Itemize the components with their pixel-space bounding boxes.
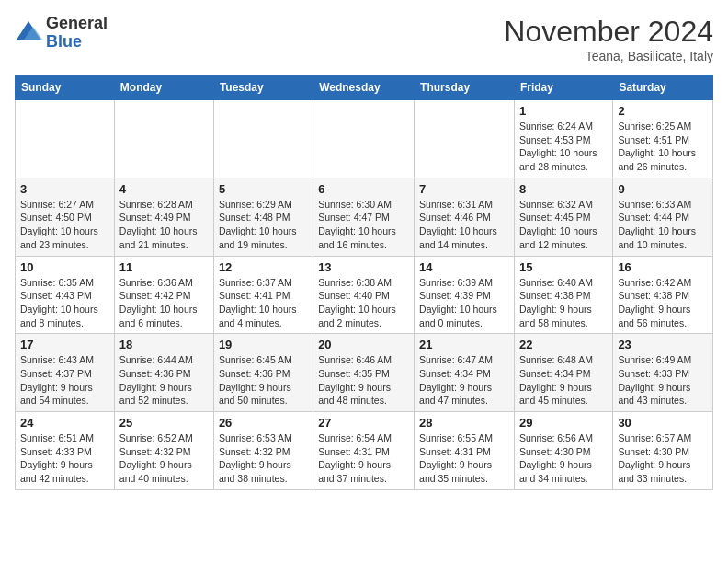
day-info: Sunrise: 6:51 AM Sunset: 4:33 PM Dayligh… <box>20 431 109 486</box>
day-number: 9 <box>618 182 708 196</box>
day-info: Sunrise: 6:31 AM Sunset: 4:46 PM Dayligh… <box>419 198 509 252</box>
calendar-cell <box>313 100 415 178</box>
day-number: 18 <box>119 338 209 351</box>
calendar-cell: 13Sunrise: 6:38 AM Sunset: 4:40 PM Dayli… <box>313 256 415 334</box>
day-number: 23 <box>618 338 708 351</box>
day-info: Sunrise: 6:33 AM Sunset: 4:44 PM Dayligh… <box>618 198 708 252</box>
day-info: Sunrise: 6:29 AM Sunset: 4:48 PM Dayligh… <box>219 198 308 252</box>
calendar-cell <box>213 100 313 178</box>
calendar-cell: 11Sunrise: 6:36 AM Sunset: 4:42 PM Dayli… <box>114 256 213 334</box>
day-number: 17 <box>20 338 109 351</box>
day-info: Sunrise: 6:35 AM Sunset: 4:43 PM Dayligh… <box>20 276 109 330</box>
day-number: 22 <box>519 338 608 351</box>
day-of-week-header: Tuesday <box>213 75 313 100</box>
day-number: 10 <box>20 260 109 274</box>
day-of-week-header: Thursday <box>415 75 515 100</box>
calendar-cell: 30Sunrise: 6:57 AM Sunset: 4:30 PM Dayli… <box>613 412 713 490</box>
calendar-cell: 5Sunrise: 6:29 AM Sunset: 4:48 PM Daylig… <box>213 178 313 256</box>
day-info: Sunrise: 6:24 AM Sunset: 4:53 PM Dayligh… <box>519 120 608 174</box>
title-block: November 2024 Teana, Basilicate, Italy <box>504 15 713 63</box>
calendar-cell: 7Sunrise: 6:31 AM Sunset: 4:46 PM Daylig… <box>415 178 515 256</box>
calendar-cell <box>415 100 515 178</box>
day-info: Sunrise: 6:53 AM Sunset: 4:32 PM Dayligh… <box>219 431 308 486</box>
day-number: 30 <box>618 416 708 430</box>
logo-blue-text: Blue <box>46 33 108 52</box>
calendar-cell: 6Sunrise: 6:30 AM Sunset: 4:47 PM Daylig… <box>313 178 415 256</box>
day-of-week-header: Wednesday <box>313 75 415 100</box>
day-number: 2 <box>618 104 708 118</box>
calendar-cell: 12Sunrise: 6:37 AM Sunset: 4:41 PM Dayli… <box>213 256 313 334</box>
day-info: Sunrise: 6:39 AM Sunset: 4:39 PM Dayligh… <box>419 276 509 330</box>
day-number: 27 <box>318 416 409 430</box>
day-number: 25 <box>119 416 209 430</box>
day-number: 3 <box>20 182 109 196</box>
calendar-cell: 19Sunrise: 6:45 AM Sunset: 4:36 PM Dayli… <box>213 334 313 412</box>
day-number: 5 <box>219 182 308 196</box>
day-number: 11 <box>119 260 209 274</box>
day-number: 7 <box>419 182 509 196</box>
day-of-week-header: Saturday <box>613 75 713 100</box>
day-info: Sunrise: 6:56 AM Sunset: 4:30 PM Dayligh… <box>519 431 608 486</box>
day-info: Sunrise: 6:37 AM Sunset: 4:41 PM Dayligh… <box>219 276 308 330</box>
day-number: 16 <box>618 260 708 274</box>
day-number: 29 <box>519 416 608 430</box>
day-number: 12 <box>219 260 308 274</box>
calendar-cell: 24Sunrise: 6:51 AM Sunset: 4:33 PM Dayli… <box>16 412 115 490</box>
calendar-cell: 2Sunrise: 6:25 AM Sunset: 4:51 PM Daylig… <box>613 100 713 178</box>
day-info: Sunrise: 6:25 AM Sunset: 4:51 PM Dayligh… <box>618 120 708 174</box>
day-info: Sunrise: 6:49 AM Sunset: 4:33 PM Dayligh… <box>618 353 708 408</box>
calendar-week-row: 10Sunrise: 6:35 AM Sunset: 4:43 PM Dayli… <box>16 256 713 334</box>
day-info: Sunrise: 6:36 AM Sunset: 4:42 PM Dayligh… <box>119 276 209 330</box>
calendar-cell: 16Sunrise: 6:42 AM Sunset: 4:38 PM Dayli… <box>613 256 713 334</box>
calendar-cell: 3Sunrise: 6:27 AM Sunset: 4:50 PM Daylig… <box>16 178 115 256</box>
calendar-cell <box>16 100 115 178</box>
calendar-cell: 4Sunrise: 6:28 AM Sunset: 4:49 PM Daylig… <box>114 178 213 256</box>
calendar-week-row: 17Sunrise: 6:43 AM Sunset: 4:37 PM Dayli… <box>16 334 713 412</box>
day-info: Sunrise: 6:28 AM Sunset: 4:49 PM Dayligh… <box>119 198 209 252</box>
calendar-cell: 25Sunrise: 6:52 AM Sunset: 4:32 PM Dayli… <box>114 412 213 490</box>
day-info: Sunrise: 6:52 AM Sunset: 4:32 PM Dayligh… <box>119 431 209 486</box>
calendar-cell: 17Sunrise: 6:43 AM Sunset: 4:37 PM Dayli… <box>16 334 115 412</box>
day-number: 1 <box>519 104 608 118</box>
day-info: Sunrise: 6:42 AM Sunset: 4:38 PM Dayligh… <box>618 276 708 330</box>
location-subtitle: Teana, Basilicate, Italy <box>504 49 713 63</box>
day-of-week-header: Friday <box>514 75 612 100</box>
day-info: Sunrise: 6:48 AM Sunset: 4:34 PM Dayligh… <box>519 353 608 408</box>
calendar-cell: 28Sunrise: 6:55 AM Sunset: 4:31 PM Dayli… <box>415 412 515 490</box>
day-info: Sunrise: 6:47 AM Sunset: 4:34 PM Dayligh… <box>419 353 509 408</box>
day-info: Sunrise: 6:43 AM Sunset: 4:37 PM Dayligh… <box>20 353 109 408</box>
month-title: November 2024 <box>504 15 713 49</box>
day-info: Sunrise: 6:45 AM Sunset: 4:36 PM Dayligh… <box>219 353 308 408</box>
day-number: 4 <box>119 182 209 196</box>
calendar-cell: 9Sunrise: 6:33 AM Sunset: 4:44 PM Daylig… <box>613 178 713 256</box>
day-info: Sunrise: 6:27 AM Sunset: 4:50 PM Dayligh… <box>20 198 109 252</box>
calendar-cell: 23Sunrise: 6:49 AM Sunset: 4:33 PM Dayli… <box>613 334 713 412</box>
day-info: Sunrise: 6:57 AM Sunset: 4:30 PM Dayligh… <box>618 431 708 486</box>
logo-icon <box>15 19 42 47</box>
calendar-cell: 27Sunrise: 6:54 AM Sunset: 4:31 PM Dayli… <box>313 412 415 490</box>
day-info: Sunrise: 6:54 AM Sunset: 4:31 PM Dayligh… <box>318 431 409 486</box>
page-header: General Blue November 2024 Teana, Basili… <box>15 15 713 63</box>
calendar-cell <box>114 100 213 178</box>
logo: General Blue <box>15 15 108 52</box>
day-number: 26 <box>219 416 308 430</box>
calendar-table: SundayMondayTuesdayWednesdayThursdayFrid… <box>15 75 713 490</box>
calendar-cell: 22Sunrise: 6:48 AM Sunset: 4:34 PM Dayli… <box>514 334 612 412</box>
calendar-cell: 21Sunrise: 6:47 AM Sunset: 4:34 PM Dayli… <box>415 334 515 412</box>
day-info: Sunrise: 6:55 AM Sunset: 4:31 PM Dayligh… <box>419 431 509 486</box>
calendar-cell: 26Sunrise: 6:53 AM Sunset: 4:32 PM Dayli… <box>213 412 313 490</box>
day-info: Sunrise: 6:46 AM Sunset: 4:35 PM Dayligh… <box>318 353 409 408</box>
day-info: Sunrise: 6:38 AM Sunset: 4:40 PM Dayligh… <box>318 276 409 330</box>
day-number: 19 <box>219 338 308 351</box>
calendar-cell: 10Sunrise: 6:35 AM Sunset: 4:43 PM Dayli… <box>16 256 115 334</box>
day-number: 28 <box>419 416 509 430</box>
day-number: 8 <box>519 182 608 196</box>
calendar-cell: 18Sunrise: 6:44 AM Sunset: 4:36 PM Dayli… <box>114 334 213 412</box>
day-number: 14 <box>419 260 509 274</box>
day-number: 20 <box>318 338 409 351</box>
day-number: 21 <box>419 338 509 351</box>
calendar-week-row: 24Sunrise: 6:51 AM Sunset: 4:33 PM Dayli… <box>16 412 713 490</box>
calendar-cell: 20Sunrise: 6:46 AM Sunset: 4:35 PM Dayli… <box>313 334 415 412</box>
calendar-cell: 15Sunrise: 6:40 AM Sunset: 4:38 PM Dayli… <box>514 256 612 334</box>
calendar-header-row: SundayMondayTuesdayWednesdayThursdayFrid… <box>16 75 713 100</box>
